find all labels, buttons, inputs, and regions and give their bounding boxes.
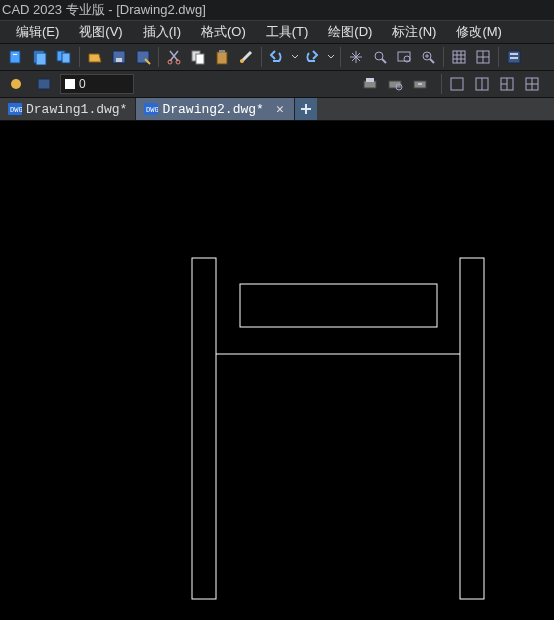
properties-icon[interactable] (503, 46, 525, 68)
new-sheet-icon[interactable] (29, 46, 51, 68)
layer-color-swatch (65, 79, 75, 89)
toolbar-separator (261, 47, 262, 67)
svg-rect-1 (13, 54, 17, 55)
svg-rect-13 (217, 52, 227, 64)
standard-toolbar (0, 44, 554, 71)
current-layer-dropdown[interactable]: 0 (60, 74, 134, 94)
page-setup-icon[interactable] (409, 73, 431, 95)
menu-bar: 编辑(E) 视图(V) 插入(I) 格式(O) 工具(T) 绘图(D) 标注(N… (0, 20, 554, 44)
toolbar-separator (441, 74, 442, 94)
dwg-file-icon: DWG (8, 103, 22, 115)
svg-rect-20 (453, 51, 465, 63)
svg-rect-24 (510, 57, 518, 59)
tab-label: Drawing2.dwg* (162, 102, 263, 117)
svg-rect-5 (62, 53, 70, 63)
svg-rect-23 (510, 53, 518, 55)
layer-filter-icon[interactable] (33, 73, 55, 95)
layer-state-icon[interactable] (5, 73, 27, 95)
saveas-icon[interactable] (132, 46, 154, 68)
toolbar-separator (498, 47, 499, 67)
zoom-window-icon[interactable] (393, 46, 415, 68)
plus-icon (299, 102, 313, 116)
menu-draw[interactable]: 绘图(D) (318, 21, 382, 43)
cad-drawing (0, 121, 554, 620)
svg-rect-14 (219, 50, 225, 53)
matchprop-icon[interactable] (235, 46, 257, 68)
tab-drawing1[interactable]: DWG Drawing1.dwg* (0, 98, 136, 120)
zoom-realtime-icon[interactable] (417, 46, 439, 68)
cut-icon[interactable] (163, 46, 185, 68)
document-tabs: DWG Drawing1.dwg* DWG Drawing2.dwg* ✕ (0, 98, 554, 121)
menu-tool[interactable]: 工具(T) (256, 21, 319, 43)
svg-rect-0 (10, 51, 20, 63)
open-icon[interactable] (84, 46, 106, 68)
left-leg (192, 258, 216, 599)
drawing-canvas[interactable] (0, 121, 554, 620)
title-bar: CAD 2023 专业版 - [Drawing2.dwg] (0, 0, 554, 20)
toolbar-separator (158, 47, 159, 67)
plot-icon[interactable] (359, 73, 381, 95)
svg-rect-28 (366, 78, 374, 82)
viewport-group (445, 73, 544, 95)
svg-point-25 (11, 79, 21, 89)
undo-dropdown-icon[interactable] (290, 46, 300, 68)
new-tab-button[interactable] (295, 98, 317, 120)
layer-toolbar: 0 (0, 71, 554, 98)
viewport-1-icon[interactable] (446, 73, 468, 95)
svg-point-15 (240, 59, 244, 63)
paste-icon[interactable] (211, 46, 233, 68)
svg-point-16 (375, 52, 383, 60)
svg-rect-3 (36, 53, 46, 65)
qnew-icon[interactable] (53, 46, 75, 68)
menu-modify[interactable]: 修改(M) (446, 21, 512, 43)
redo-dropdown-icon[interactable] (326, 46, 336, 68)
pan-icon[interactable] (345, 46, 367, 68)
viewport-2-icon[interactable] (471, 73, 493, 95)
right-leg (460, 258, 484, 599)
svg-rect-7 (116, 58, 122, 62)
viewport-3-icon[interactable] (496, 73, 518, 95)
copy-icon[interactable] (187, 46, 209, 68)
table-icon[interactable] (448, 46, 470, 68)
tab-drawing2[interactable]: DWG Drawing2.dwg* ✕ (136, 98, 294, 120)
plot-preview-icon[interactable] (384, 73, 406, 95)
svg-rect-26 (38, 79, 50, 89)
grid-icon[interactable] (472, 46, 494, 68)
undo-icon[interactable] (266, 46, 288, 68)
svg-text:DWG: DWG (10, 106, 22, 114)
toolbar-separator (79, 47, 80, 67)
menu-format[interactable]: 格式(O) (191, 21, 256, 43)
svg-text:DWG: DWG (146, 106, 158, 114)
menu-dim[interactable]: 标注(N) (382, 21, 446, 43)
svg-rect-27 (364, 81, 376, 88)
toolbar-separator (340, 47, 341, 67)
toolbar-separator (443, 47, 444, 67)
print-group (358, 73, 432, 95)
new-file-icon[interactable] (5, 46, 27, 68)
zoom-extents-icon[interactable] (369, 46, 391, 68)
dwg-file-icon: DWG (144, 103, 158, 115)
top-inner-rect (240, 284, 437, 327)
menu-insert[interactable]: 插入(I) (133, 21, 191, 43)
menu-edit[interactable]: 编辑(E) (6, 21, 69, 43)
menu-view[interactable]: 视图(V) (69, 21, 132, 43)
svg-rect-32 (451, 78, 463, 90)
close-tab-icon[interactable]: ✕ (274, 101, 286, 117)
save-icon[interactable] (108, 46, 130, 68)
redo-icon[interactable] (302, 46, 324, 68)
viewport-4-icon[interactable] (521, 73, 543, 95)
tab-label: Drawing1.dwg* (26, 102, 127, 117)
current-layer-label: 0 (79, 76, 86, 92)
svg-rect-12 (196, 54, 204, 64)
